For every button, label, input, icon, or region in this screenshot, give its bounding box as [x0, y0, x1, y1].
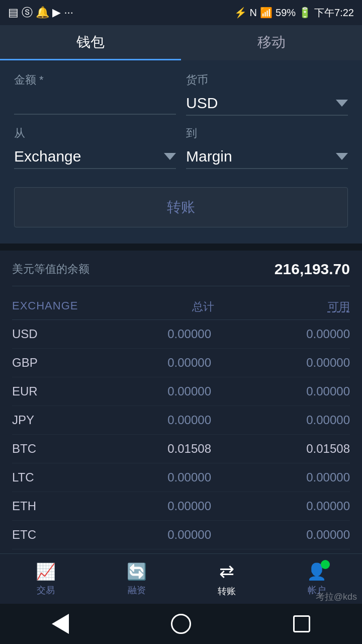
col-available-header: 可用 [239, 299, 350, 314]
currency-available: 0.00000 [239, 470, 350, 485]
time: 下午7:22 [314, 6, 354, 20]
main-tabs: 钱包 移动 [0, 25, 362, 60]
home-button[interactable] [166, 609, 196, 639]
currency-group: 货币 USD [186, 72, 348, 116]
signal-icon: 📶 [260, 7, 273, 19]
trade-icon: 📈 [36, 562, 56, 581]
currency-name: ETC [12, 528, 72, 542]
status-left: ▤ ⓢ 🔔 ▶ ··· [8, 5, 73, 20]
nav-label-trade: 交易 [37, 584, 55, 596]
currency-total: 0.00000 [101, 413, 211, 427]
battery-text: 59% [276, 7, 296, 19]
table-row: BTC0.015080.01508 [12, 435, 350, 463]
col-total-header: 总计 [104, 299, 214, 314]
currency-select[interactable]: USD [186, 92, 348, 116]
recent-icon [293, 615, 310, 632]
amount-group: 金额 * [14, 72, 176, 116]
currency-available: 0.00000 [239, 528, 350, 542]
transfer-button[interactable]: 转账 [14, 187, 348, 227]
back-icon [52, 614, 69, 634]
currency-name: USD [12, 327, 72, 341]
currency-total: 0.00000 [101, 528, 211, 542]
from-to-row: 从 Exchange 到 Margin [14, 126, 348, 169]
balance-section: 美元等值的余额 216,193.70 [0, 251, 362, 291]
to-label: 到 [186, 126, 348, 141]
currency-total: 0.01508 [101, 442, 211, 456]
amount-input[interactable] [14, 92, 176, 115]
currency-value: USD [186, 95, 218, 112]
nav-item-finance[interactable]: 🔄 融资 [127, 562, 147, 596]
table-row: USD0.000000.00000 [12, 320, 350, 349]
battery-icon: 🔋 [299, 7, 311, 19]
nfc-icon: N [250, 7, 257, 19]
currency-available: 0.00000 [239, 499, 350, 513]
to-chevron-icon [336, 153, 348, 160]
currency-name: JPY [12, 413, 72, 427]
currency-available: 0.00000 [239, 384, 350, 398]
exchange-header: EXCHANGE 总计 可用 [12, 291, 350, 320]
recent-button[interactable] [287, 609, 317, 639]
status-right: ⚡ N 📶 59% 🔋 下午7:22 [234, 6, 354, 20]
tab-wallet[interactable]: 钱包 [0, 25, 181, 60]
bottom-nav: 📈 交易 🔄 融资 ⇄ 转账 👤 帐户 [0, 553, 362, 604]
currency-name: LTC [12, 470, 72, 485]
bluetooth-icon: ⚡ [234, 7, 247, 19]
to-value: Margin [186, 148, 232, 165]
status-icons: ▤ ⓢ 🔔 ▶ ··· [8, 5, 73, 20]
currency-label: 货币 [186, 72, 348, 88]
balance-value: 216,193.70 [275, 261, 350, 278]
currency-name: ETH [12, 499, 72, 513]
currency-available: 0.00000 [239, 327, 350, 341]
nav-item-trade[interactable]: 📈 交易 [36, 562, 56, 596]
exchange-title: EXCHANGE [12, 299, 78, 314]
currency-total: 0.00000 [101, 356, 211, 370]
table-row: GBP0.000000.00000 [12, 349, 350, 377]
currency-total: 0.00000 [101, 327, 211, 341]
balance-row: 美元等值的余额 216,193.70 [12, 261, 350, 286]
currency-total: 0.00000 [101, 470, 211, 485]
currency-name: EUR [12, 384, 72, 398]
watermark: 考拉@kds [316, 591, 357, 603]
table-row: ETH0.000000.00000 [12, 492, 350, 521]
transfer-icon: ⇄ [219, 561, 234, 582]
table-row: JPY0.000000.00000 [12, 406, 350, 435]
finance-icon: 🔄 [127, 562, 147, 581]
amount-currency-row: 金额 * 货币 USD [14, 72, 348, 116]
nav-label-transfer: 转账 [218, 585, 236, 597]
currency-available: 0.00000 [239, 356, 350, 370]
home-icon [171, 614, 191, 634]
from-chevron-icon [164, 153, 176, 160]
tab-move[interactable]: 移动 [181, 25, 362, 60]
nav-item-transfer[interactable]: ⇄ 转账 [218, 561, 236, 597]
currency-total: 0.00000 [101, 499, 211, 513]
from-group: 从 Exchange [14, 126, 176, 169]
to-select[interactable]: Margin [186, 145, 348, 169]
table-row: LTC0.000000.00000 [12, 463, 350, 492]
from-value: Exchange [14, 148, 81, 165]
from-select[interactable]: Exchange [14, 145, 176, 169]
table-row: ETC0.000000.00000 [12, 521, 350, 549]
status-bar: ▤ ⓢ 🔔 ▶ ··· ⚡ N 📶 59% 🔋 下午7:22 [0, 0, 362, 25]
balance-label: 美元等值的余额 [12, 262, 89, 277]
nav-label-finance: 融资 [128, 584, 146, 596]
back-button[interactable] [45, 609, 75, 639]
currency-name: GBP [12, 356, 72, 370]
account-dot [321, 560, 330, 569]
currency-available: 0.01508 [239, 442, 350, 456]
transfer-form: 金额 * 货币 USD 从 Exchange 到 Margin [0, 60, 362, 244]
currency-available: 0.00000 [239, 413, 350, 427]
table-row: EUR0.000000.00000 [12, 377, 350, 406]
from-label: 从 [14, 126, 176, 141]
currency-name: BTC [12, 442, 72, 456]
to-group: 到 Margin [186, 126, 348, 169]
android-nav [0, 604, 362, 644]
currency-total: 0.00000 [101, 384, 211, 398]
section-divider [0, 244, 362, 251]
currency-chevron-icon [336, 100, 348, 107]
amount-label: 金额 * [14, 72, 176, 88]
